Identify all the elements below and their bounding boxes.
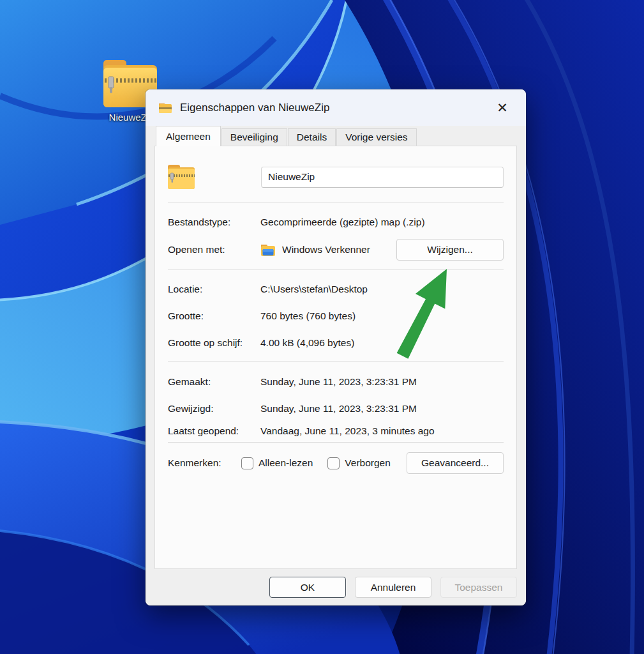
dialog-title: Eigenschappen van NieuweZip xyxy=(180,102,329,114)
read-only-checkbox-label[interactable]: Alleen-lezen xyxy=(258,457,313,469)
accessed-label: Laatst geopend: xyxy=(168,425,260,437)
zip-folder-file-icon xyxy=(168,164,196,190)
file-type-label: Bestandstype: xyxy=(168,216,260,229)
modified-label: Gewijzigd: xyxy=(168,402,260,415)
dialog-titlebar[interactable]: Eigenschappen van NieuweZip ✕ xyxy=(146,89,526,126)
tab-beveiliging[interactable]: Beveiliging xyxy=(221,128,287,146)
size-label: Grootte: xyxy=(168,310,260,323)
close-icon[interactable]: ✕ xyxy=(491,97,513,119)
file-name-input[interactable] xyxy=(261,167,504,188)
hidden-checkbox-label[interactable]: Verborgen xyxy=(345,457,391,469)
advanced-button[interactable]: Geavanceerd... xyxy=(407,452,504,474)
ok-button[interactable]: OK xyxy=(269,577,346,598)
tab-details[interactable]: Details xyxy=(288,128,336,146)
apply-button[interactable]: Toepassen xyxy=(440,577,517,598)
tab-algemeen[interactable]: Algemeen xyxy=(156,126,221,146)
opens-with-value: Windows Verkenner xyxy=(282,243,370,256)
attributes-label: Kenmerken: xyxy=(168,457,241,469)
size-value: 760 bytes (760 bytes) xyxy=(260,310,504,323)
dialog-footer: OK Annuleren Toepassen xyxy=(146,569,526,605)
properties-dialog: Eigenschappen van NieuweZip ✕ Algemeen B… xyxy=(146,89,526,605)
change-button[interactable]: Wijzigen... xyxy=(396,239,504,261)
zip-folder-title-icon xyxy=(158,102,172,114)
location-value: C:\Users\stefan\Desktop xyxy=(260,283,504,296)
modified-value: Sunday, June 11, 2023, 3:23:31 PM xyxy=(260,402,504,415)
divider xyxy=(168,270,504,270)
divider xyxy=(168,361,504,361)
read-only-checkbox[interactable] xyxy=(241,457,253,469)
created-label: Gemaakt: xyxy=(168,376,260,388)
tab-panel-algemeen: Bestandstype: Gecomprimeerde (gezipte) m… xyxy=(154,146,517,569)
file-type-value: Gecomprimeerde (gezipte) map (.zip) xyxy=(260,216,504,229)
opens-with-label: Openen met: xyxy=(168,243,260,256)
tabstrip: Algemeen Beveiliging Details Vorige vers… xyxy=(156,126,417,146)
divider xyxy=(168,202,504,202)
explorer-folder-icon xyxy=(260,243,276,257)
divider xyxy=(168,442,504,443)
hidden-checkbox[interactable] xyxy=(327,457,340,469)
size-on-disk-label: Grootte op schijf: xyxy=(168,337,260,349)
location-label: Locatie: xyxy=(168,283,260,296)
accessed-value: Vandaag, June 11, 2023, 3 minutes ago xyxy=(260,425,504,437)
size-on-disk-value: 4.00 kB (4,096 bytes) xyxy=(260,337,504,349)
created-value: Sunday, June 11, 2023, 3:23:31 PM xyxy=(260,376,504,388)
cancel-button[interactable]: Annuleren xyxy=(355,577,431,598)
tab-vorige-versies[interactable]: Vorige versies xyxy=(336,128,416,146)
